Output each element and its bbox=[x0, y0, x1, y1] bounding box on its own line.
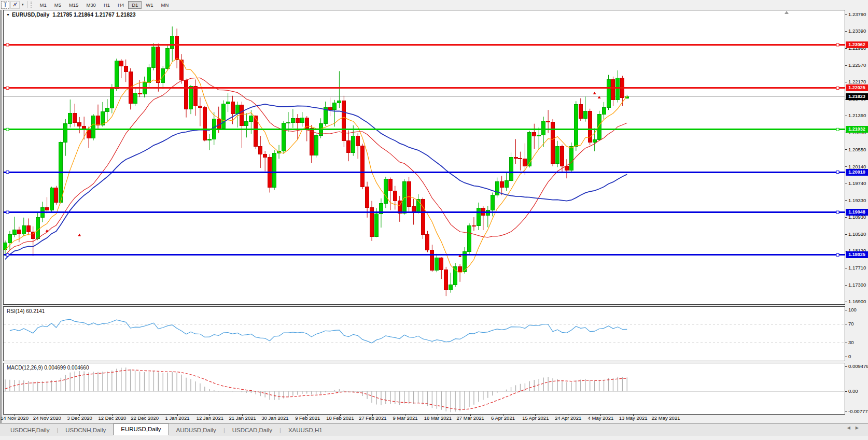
date-label: 12 Jan 2021 bbox=[197, 415, 223, 421]
date-label: 24 Nov 2020 bbox=[33, 415, 61, 421]
date-label: 22 May 2021 bbox=[652, 415, 680, 421]
macd-indicator-label: MACD(12,26,9) 0.004699 0.004660 bbox=[7, 365, 89, 371]
macd-axis-label: 0.009478 bbox=[848, 363, 868, 369]
date-label: 15 Apr 2021 bbox=[522, 415, 549, 421]
rsi-indicator-label: RSI(14) 60.2141 bbox=[7, 308, 45, 314]
date-label: 27 Feb 2021 bbox=[359, 415, 386, 421]
timeframe-button-h4[interactable]: H4 bbox=[114, 1, 128, 9]
symbol-period-label: EURUSD,Daily bbox=[12, 11, 49, 18]
price-tick-label: 1.23790 bbox=[848, 11, 866, 17]
timeframe-button-mn[interactable]: MN bbox=[158, 1, 173, 9]
chart-toolbar: T ▾ M1M5M15M30H1H4D1W1MN bbox=[0, 0, 868, 9]
tab-usdcad-daily[interactable]: USDCAD,Daily bbox=[225, 425, 279, 435]
timeframe-button-d1[interactable]: D1 bbox=[128, 1, 142, 9]
level-price-tag: 1.19048 bbox=[846, 209, 868, 216]
date-label: 18 Mar 2021 bbox=[424, 415, 452, 421]
price-tick-label: 1.19330 bbox=[848, 197, 866, 203]
price-tick-label: 1.19740 bbox=[848, 180, 866, 186]
level-price-tag: 1.21032 bbox=[846, 126, 868, 133]
price-tick-label: 1.21360 bbox=[848, 112, 866, 118]
rsi-axis-label: 0 bbox=[848, 353, 851, 359]
status-bar bbox=[0, 435, 868, 440]
date-label: 6 Apr 2021 bbox=[491, 415, 515, 421]
timeframe-button-m15[interactable]: M15 bbox=[65, 1, 82, 9]
date-label: 13 May 2021 bbox=[619, 415, 648, 421]
current-price-tag: 1.21823 bbox=[846, 93, 868, 100]
mt4-terminal-window: T ▾ M1M5M15M30H1H4D1W1MN ▼EURUSD,Daily 1… bbox=[0, 0, 868, 440]
price-tick-label: 1.17710 bbox=[848, 265, 866, 271]
ohlc-values: 1.21785 1.21864 1.21767 1.21823 bbox=[52, 11, 136, 18]
tab-xauusd-h1[interactable]: XAUUSD,H1 bbox=[281, 425, 330, 435]
chart-title: ▼EURUSD,Daily 1.21785 1.21864 1.21767 1.… bbox=[6, 11, 136, 18]
date-label: 12 Dec 2020 bbox=[98, 415, 126, 421]
price-tick-label: 1.16900 bbox=[848, 299, 866, 304]
toolbar-separator bbox=[27, 1, 28, 8]
tab-usdcnh-daily[interactable]: USDCNH,Daily bbox=[58, 425, 113, 435]
tab-eurusd-daily[interactable]: EURUSD,Daily bbox=[113, 423, 169, 435]
date-label: 4 May 2021 bbox=[588, 415, 614, 421]
date-label: 14 Nov 2020 bbox=[1, 415, 29, 421]
date-label: 3 Dec 2020 bbox=[67, 415, 92, 421]
price-tick-label: 1.22170 bbox=[848, 79, 866, 84]
macd-axis-label: 0.00 bbox=[848, 388, 858, 394]
timeframe-button-m1[interactable]: M1 bbox=[36, 1, 50, 9]
chart-tab-bar: USDCHF,Daily|USDCNH,DailyEURUSD,DailyAUD… bbox=[0, 423, 868, 435]
tab-usdchf-daily[interactable]: USDCHF,Daily bbox=[3, 425, 57, 435]
tab-audusd-daily[interactable]: AUDUSD,Daily bbox=[169, 425, 223, 435]
rsi-axis-label: 100 bbox=[848, 307, 857, 313]
price-tick-label: 1.20550 bbox=[848, 147, 866, 152]
price-tick-label: 1.17300 bbox=[848, 282, 866, 288]
date-label: 18 Feb 2021 bbox=[326, 415, 354, 421]
macd-indicator-panel[interactable] bbox=[3, 363, 845, 415]
timeframe-button-m5[interactable]: M5 bbox=[51, 1, 65, 9]
date-label: 9 Mar 2021 bbox=[393, 415, 418, 421]
level-price-tag: 1.18025 bbox=[846, 251, 868, 258]
price-tick-label: 1.23390 bbox=[848, 28, 866, 34]
price-tick-label: 1.18520 bbox=[848, 231, 866, 237]
title-caret-icon[interactable]: ▼ bbox=[6, 13, 10, 17]
timeframe-button-group: M1M5M15M30H1H4D1W1MN bbox=[36, 1, 173, 9]
level-price-tag: 1.22025 bbox=[846, 84, 868, 91]
level-price-tag: 1.23062 bbox=[846, 41, 868, 48]
timeframe-button-w1[interactable]: W1 bbox=[142, 1, 157, 9]
text-tool-button[interactable]: T bbox=[1, 1, 9, 9]
date-label: 9 Feb 2021 bbox=[295, 415, 320, 421]
date-label: 27 Mar 2021 bbox=[457, 415, 484, 421]
tab-scroll-controls: ◀ ▶ bbox=[847, 425, 859, 430]
timeframe-button-m30[interactable]: M30 bbox=[82, 1, 99, 9]
date-label: 21 Jan 2021 bbox=[229, 415, 256, 421]
level-price-tag: 1.20010 bbox=[846, 169, 868, 176]
date-label: 1 Jan 2021 bbox=[165, 415, 189, 421]
date-label: 22 Dec 2020 bbox=[131, 415, 159, 421]
price-tick-label: 1.22570 bbox=[848, 62, 866, 68]
rsi-axis-label: 70 bbox=[848, 321, 854, 327]
rsi-axis-label: 30 bbox=[848, 339, 854, 345]
date-label: 30 Jan 2021 bbox=[261, 415, 288, 421]
macd-axis-label: -0.007778 bbox=[848, 408, 868, 414]
timeframe-button-h1[interactable]: H1 bbox=[100, 1, 114, 9]
tab-scroll-right-icon[interactable]: ▶ bbox=[856, 425, 859, 430]
cursor-arrows-icon bbox=[12, 2, 18, 7]
toolbar-grip[interactable] bbox=[31, 2, 33, 8]
date-label: 24 Apr 2021 bbox=[555, 415, 581, 421]
chart-window-left-border bbox=[1, 10, 2, 423]
cursor-tool-dropdown-icon[interactable]: ▾ bbox=[21, 3, 25, 7]
rsi-indicator-panel[interactable] bbox=[3, 306, 845, 361]
main-price-panel[interactable] bbox=[3, 10, 845, 305]
cursor-tool-button[interactable] bbox=[10, 1, 20, 9]
chart-tabs: USDCHF,Daily|USDCNH,DailyEURUSD,DailyAUD… bbox=[0, 424, 330, 435]
tab-scroll-left-icon[interactable]: ◀ bbox=[847, 425, 850, 430]
